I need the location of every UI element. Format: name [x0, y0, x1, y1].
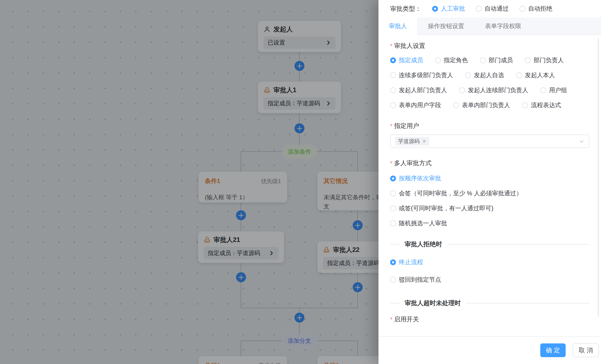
- radio-label: 终止流程: [399, 258, 423, 266]
- radio-dot: [390, 72, 396, 78]
- timeout-section-divider: 审批人超时未处理时: [390, 299, 589, 307]
- radio-dot: [390, 205, 396, 211]
- radio-random-one[interactable]: 随机挑选一人审批: [390, 219, 589, 228]
- radio-label: 表单内部门负责人: [462, 101, 510, 109]
- radio-label: 部门负责人: [534, 56, 564, 64]
- chevron-down-icon: [579, 139, 584, 144]
- radio-return-to-node[interactable]: 驳回到指定节点: [390, 276, 589, 284]
- radio-label: 发起人自选: [474, 71, 504, 80]
- radio-label: 发起人部门负责人: [399, 86, 447, 94]
- radio-dot: [525, 57, 531, 63]
- radio-label: 用户组: [549, 86, 567, 94]
- radio-countersign[interactable]: 会签（可同时审批，至少 % 人必须审批通过）: [390, 189, 589, 198]
- approval-type-label: 审批类型：: [390, 5, 421, 13]
- radio-dot: [516, 72, 522, 78]
- assigned-user-select[interactable]: 芋道源码: [390, 135, 589, 148]
- radio-label: 连续多级部门负责人: [399, 71, 453, 80]
- radio-dot: [435, 57, 441, 63]
- radio-assigned-role[interactable]: 指定角色: [435, 56, 468, 64]
- radio-form-user-field[interactable]: 表单内用户字段: [390, 101, 441, 109]
- radio-label: 部门成员: [489, 56, 513, 64]
- radio-dot: [390, 221, 396, 226]
- tab-button-settings[interactable]: 操作按钮设置: [418, 18, 475, 35]
- approval-config-drawer: 审批类型： 人工审批 自动通过 自动拒绝 审批人 操作按钮设置 表单字段权限 审…: [379, 0, 601, 364]
- panel-scrollbar[interactable]: [598, 38, 599, 317]
- radio-auto-reject[interactable]: 自动拒绝: [520, 5, 552, 13]
- tag-close-icon[interactable]: [422, 139, 426, 143]
- radio-dot: [390, 102, 396, 108]
- radio-dot: [390, 259, 396, 265]
- radio-dot: [432, 6, 438, 12]
- confirm-button[interactable]: 确 定: [540, 344, 566, 357]
- radio-label: 自动拒绝: [528, 5, 552, 13]
- radio-label: 驳回到指定节点: [399, 276, 441, 284]
- drawer-footer: 确 定 取 消: [379, 336, 601, 364]
- approver-setting-row: 连续多级部门负责人 发起人自选 发起人本人: [390, 71, 589, 80]
- radio-label: 自动通过: [485, 5, 509, 13]
- radio-initiator-dept-leader[interactable]: 发起人部门负责人: [390, 86, 447, 94]
- reject-section-divider: 审批人拒绝时: [390, 240, 589, 249]
- config-tabs: 审批人 操作按钮设置 表单字段权限: [379, 18, 601, 35]
- approver-setting-row: 发起人部门负责人 发起人连续部门负责人 用户组: [390, 86, 589, 94]
- tab-form-field-permissions[interactable]: 表单字段权限: [475, 18, 531, 35]
- radio-label: 或签(可同时审批，有一人通过即可): [399, 204, 493, 212]
- radio-dot: [540, 87, 546, 93]
- approval-type-row: 审批类型： 人工审批 自动通过 自动拒绝: [379, 0, 601, 18]
- radio-dot: [520, 6, 525, 12]
- radio-dot: [390, 176, 396, 181]
- cancel-button[interactable]: 取 消: [573, 344, 599, 357]
- radio-label: 流程表达式: [531, 101, 561, 109]
- radio-user-group[interactable]: 用户组: [540, 86, 567, 94]
- radio-dept-leader[interactable]: 部门负责人: [525, 56, 564, 64]
- reject-section-title: 审批人拒绝时: [405, 240, 442, 249]
- user-tag-label: 芋道源码: [398, 138, 420, 145]
- tab-approver[interactable]: 审批人: [379, 18, 418, 35]
- enable-switch-label: 启用开关: [390, 316, 589, 323]
- radio-dot: [390, 277, 396, 283]
- radio-label: 指定成员: [399, 56, 423, 64]
- radio-orsign[interactable]: 或签(可同时审批，有一人通过即可): [390, 204, 589, 212]
- radio-multi-level-dept-leader[interactable]: 连续多级部门负责人: [390, 71, 453, 80]
- radio-dot: [390, 57, 396, 63]
- approver-setting-label: 审批人设置: [390, 42, 589, 50]
- radio-dot: [390, 87, 396, 93]
- radio-sequential-approval[interactable]: 按顺序依次审批: [390, 174, 589, 183]
- tab-label: 表单字段权限: [485, 22, 521, 30]
- approver-setting-row: 表单内用户字段 表单内部门负责人 流程表达式: [390, 101, 589, 109]
- approver-setting-row: 指定成员 指定角色 部门成员 部门负责人: [390, 56, 589, 64]
- radio-label: 人工审批: [441, 5, 465, 13]
- radio-dot: [453, 102, 459, 108]
- multi-approve-label: 多人审批方式: [390, 160, 589, 167]
- radio-dot: [465, 72, 471, 78]
- assigned-user-label: 指定用户: [390, 122, 589, 130]
- radio-initiator-self[interactable]: 发起人本人: [516, 71, 555, 80]
- tab-label: 审批人: [389, 22, 407, 30]
- radio-process-expression[interactable]: 流程表达式: [522, 101, 561, 109]
- radio-assigned-member[interactable]: 指定成员: [390, 56, 423, 64]
- radio-dept-member[interactable]: 部门成员: [480, 56, 513, 64]
- radio-dot: [522, 102, 528, 108]
- radio-label: 表单内用户字段: [399, 101, 441, 109]
- radio-initiator-select[interactable]: 发起人自选: [465, 71, 504, 80]
- radio-terminate-process[interactable]: 终止流程: [390, 258, 589, 266]
- radio-dot: [476, 6, 482, 12]
- radio-dot: [480, 57, 486, 63]
- radio-label: 指定角色: [444, 56, 468, 64]
- radio-label: 发起人本人: [525, 71, 555, 80]
- radio-manual-approval[interactable]: 人工审批: [432, 5, 465, 13]
- tab-label: 操作按钮设置: [428, 22, 464, 30]
- radio-auto-approve[interactable]: 自动通过: [476, 5, 509, 13]
- workflow-designer: 发起人 已设置 审批人1 指定成员：芋道源码 添加条件: [0, 0, 601, 364]
- radio-dot: [390, 191, 396, 196]
- radio-dot: [459, 87, 465, 93]
- radio-label: 发起人连续部门负责人: [468, 86, 528, 94]
- radio-initiator-multi-dept-leader[interactable]: 发起人连续部门负责人: [459, 86, 528, 94]
- radio-label: 按顺序依次审批: [399, 174, 441, 183]
- radio-label: 会签（可同时审批，至少 % 人必须审批通过）: [399, 189, 522, 198]
- radio-label: 随机挑选一人审批: [399, 219, 447, 228]
- radio-form-dept-leader[interactable]: 表单内部门负责人: [453, 101, 510, 109]
- config-scroll-area[interactable]: 审批人设置 指定成员 指定角色 部门成员 部门负责人 连续多级部门负责人 发起人…: [379, 35, 601, 324]
- user-tag: 芋道源码: [395, 137, 429, 146]
- timeout-section-title: 审批人超时未处理时: [405, 299, 461, 307]
